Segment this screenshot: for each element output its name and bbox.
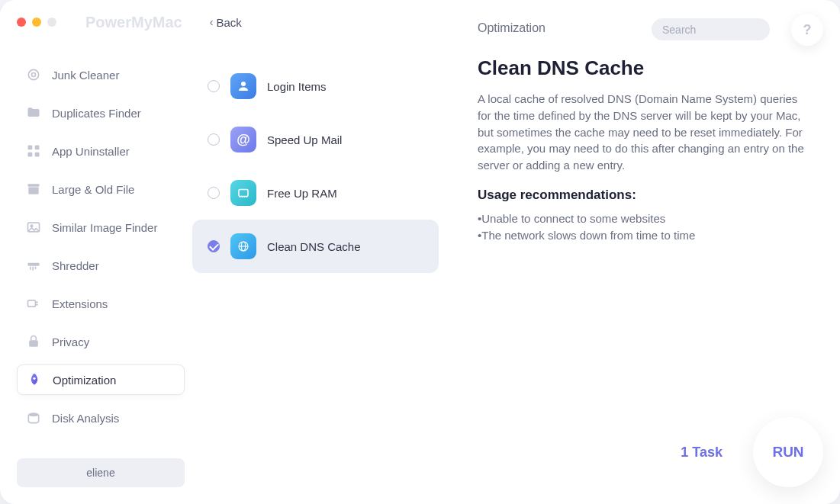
traffic-lights [17,18,56,27]
sidebar-item-label: Similar Image Finder [52,221,157,234]
recommendations-heading: Usage recommendations: [478,188,808,203]
detail-title: Clean DNS Cache [478,56,808,80]
sidebar-item-similar-image-finder[interactable]: Similar Image Finder [17,212,185,242]
task-label: Free Up RAM [267,187,337,200]
sidebar-item-label: Extensions [52,297,108,310]
sidebar-item-label: Duplicates Finder [52,107,141,120]
svg-point-2 [28,69,38,79]
svg-point-3 [32,73,36,77]
sidebar-item-label: Privacy [52,335,89,348]
run-button[interactable]: RUN [753,417,823,487]
lock-icon [26,334,41,349]
radio-unchecked-icon[interactable] [208,187,220,199]
sidebar-item-label: App Uninstaller [52,145,130,158]
svg-rect-6 [28,152,33,157]
minimize-icon[interactable] [32,18,41,27]
disk-icon [26,410,41,425]
sidebar-item-disk-analysis[interactable]: Disk Analysis [17,403,185,433]
ram-chip-icon [230,180,256,206]
task-list: Login Items @ Speed Up Mail Free Up RAM … [192,59,439,273]
maximize-icon[interactable] [47,18,56,27]
help-icon: ? [803,22,812,38]
sidebar-item-app-uninstaller[interactable]: App Uninstaller [17,136,185,166]
search-input[interactable] [662,24,796,36]
sidebar-item-label: Large & Old File [52,183,134,196]
svg-point-19 [28,413,38,416]
task-label: Clean DNS Cache [267,240,361,253]
sidebar-item-extensions[interactable]: Extensions [17,288,185,319]
svg-point-18 [33,377,35,380]
search-box[interactable] [652,18,770,40]
task-item-speed-up-mail[interactable]: @ Speed Up Mail [192,113,439,166]
svg-rect-9 [28,188,38,194]
sidebar-item-label: Disk Analysis [52,412,119,425]
svg-rect-14 [32,267,34,271]
sidebar-item-junk-cleaner[interactable]: Junk Cleaner [17,59,185,90]
task-item-login-items[interactable]: Login Items [192,59,439,113]
task-item-free-up-ram[interactable]: Free Up RAM [192,166,439,220]
sidebar-item-label: Junk Cleaner [52,69,119,82]
shredder-icon [26,258,41,273]
svg-point-20 [241,82,246,86]
archive-icon [26,181,41,197]
user-name: eliene [86,467,114,479]
help-button[interactable]: ? [791,14,823,46]
section-title: Optimization [478,21,546,35]
chevron-left-icon: ‹ [210,16,214,28]
run-label: RUN [772,444,803,460]
task-item-clean-dns-cache[interactable]: Clean DNS Cache [192,220,439,273]
recommendation-item: •The network slows down from time to tim… [478,227,808,245]
svg-rect-13 [30,267,31,270]
svg-rect-4 [28,146,33,150]
user-circle-icon [230,73,256,99]
svg-rect-15 [35,267,37,269]
radio-unchecked-icon[interactable] [208,80,220,92]
sidebar-item-privacy[interactable]: Privacy [17,326,185,357]
svg-rect-5 [35,146,40,150]
close-icon[interactable] [17,18,26,27]
sidebar-item-shredder[interactable]: Shredder [17,250,185,281]
svg-rect-12 [28,263,40,266]
back-button[interactable]: ‹ Back [210,16,242,29]
app-window: PowerMyMac ‹ Back Optimization ? Junk Cl… [0,0,840,504]
radio-unchecked-icon[interactable] [208,133,220,146]
svg-rect-7 [35,152,40,157]
dns-globe-icon [230,233,256,259]
app-title: PowerMyMac [85,14,182,31]
sidebar-item-optimization[interactable]: Optimization [17,364,185,395]
svg-rect-8 [28,184,40,186]
folder-icon [26,105,41,120]
svg-point-11 [31,225,33,227]
task-label: Speed Up Mail [267,133,342,146]
detail-description: A local cache of resolved DNS (Domain Na… [478,91,808,174]
grid-icon [26,143,41,159]
sidebar: Junk Cleaner Duplicates Finder App Unins… [17,59,185,487]
image-icon [26,220,41,235]
back-label: Back [216,16,241,29]
footer: 1 Task RUN [681,417,823,487]
radio-checked-icon[interactable] [208,240,220,252]
sidebar-item-duplicates-finder[interactable]: Duplicates Finder [17,98,185,128]
at-sign-icon: @ [230,127,256,152]
recommendation-item: •Unable to connect to some websites [478,210,808,228]
gear-target-icon [26,67,41,82]
svg-rect-17 [29,340,38,346]
task-count: 1 Task [681,445,723,461]
detail-panel: Clean DNS Cache A local cache of resolve… [478,56,808,245]
sidebar-item-label: Optimization [53,374,116,387]
task-label: Login Items [267,80,327,93]
sidebar-item-large-old-file[interactable]: Large & Old File [17,174,185,204]
svg-rect-21 [239,190,248,197]
user-chip[interactable]: eliene [17,458,185,487]
plug-icon [26,296,41,311]
sidebar-item-label: Shredder [52,259,99,272]
rocket-icon [27,372,42,387]
svg-rect-16 [28,300,36,307]
